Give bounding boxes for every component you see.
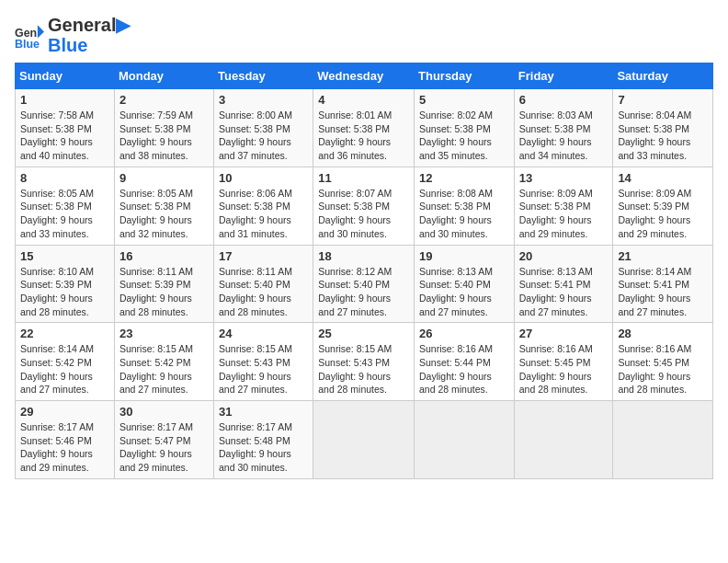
day-number: 27 <box>519 327 609 340</box>
sunset-label: Sunset: 5:39 PM <box>618 201 689 212</box>
sunset-label: Sunset: 5:39 PM <box>119 279 191 290</box>
daylight-label: Daylight: 9 hours and 28 minutes. <box>519 371 592 396</box>
sunrise-label: Sunrise: 8:16 AM <box>419 343 493 354</box>
calendar-day-22: 22 Sunrise: 8:14 AM Sunset: 5:42 PM Dayl… <box>16 323 115 401</box>
daylight-label: Daylight: 9 hours and 37 minutes. <box>219 136 291 161</box>
sunrise-label: Sunrise: 8:15 AM <box>119 343 193 354</box>
day-info: Sunrise: 8:17 AM Sunset: 5:48 PM Dayligh… <box>219 420 308 475</box>
sunrise-label: Sunrise: 8:11 AM <box>119 266 193 277</box>
day-info: Sunrise: 7:58 AM Sunset: 5:38 PM Dayligh… <box>20 109 109 163</box>
day-number: 19 <box>419 249 509 263</box>
daylight-label: Daylight: 9 hours and 34 minutes. <box>519 136 592 161</box>
day-number: 2 <box>119 93 209 107</box>
sunset-label: Sunset: 5:38 PM <box>318 201 390 212</box>
day-info: Sunrise: 8:08 AM Sunset: 5:38 PM Dayligh… <box>419 187 509 241</box>
day-info: Sunrise: 8:09 AM Sunset: 5:38 PM Dayligh… <box>519 187 609 241</box>
sunset-label: Sunset: 5:43 PM <box>219 357 290 368</box>
calendar-day-27: 27 Sunrise: 8:16 AM Sunset: 5:45 PM Dayl… <box>514 323 613 401</box>
daylight-label: Daylight: 9 hours and 29 minutes. <box>618 214 690 239</box>
daylight-label: Daylight: 9 hours and 38 minutes. <box>119 136 192 161</box>
sunset-label: Sunset: 5:38 PM <box>419 123 491 134</box>
daylight-label: Daylight: 9 hours and 33 minutes. <box>20 214 93 239</box>
day-number: 10 <box>219 171 308 185</box>
sunrise-label: Sunrise: 8:08 AM <box>419 188 493 199</box>
sunset-label: Sunset: 5:46 PM <box>20 435 92 446</box>
day-info: Sunrise: 8:11 AM Sunset: 5:39 PM Dayligh… <box>119 265 209 319</box>
calendar-day-1: 1 Sunrise: 7:58 AM Sunset: 5:38 PM Dayli… <box>16 89 115 167</box>
calendar-day-25: 25 Sunrise: 8:15 AM Sunset: 5:43 PM Dayl… <box>313 323 415 401</box>
day-number: 7 <box>618 93 708 107</box>
calendar-day-26: 26 Sunrise: 8:16 AM Sunset: 5:44 PM Dayl… <box>415 323 515 401</box>
calendar-day-19: 19 Sunrise: 8:13 AM Sunset: 5:40 PM Dayl… <box>415 245 515 323</box>
daylight-label: Daylight: 9 hours and 27 minutes. <box>618 293 690 317</box>
day-info: Sunrise: 8:13 AM Sunset: 5:41 PM Dayligh… <box>519 265 609 319</box>
logo: Gen Blue General▶ Blue <box>15 15 130 55</box>
sunset-label: Sunset: 5:40 PM <box>419 279 491 290</box>
day-number: 11 <box>318 171 409 185</box>
day-info: Sunrise: 8:10 AM Sunset: 5:39 PM Dayligh… <box>20 265 109 319</box>
sunrise-label: Sunrise: 8:16 AM <box>618 343 691 354</box>
day-number: 3 <box>219 93 308 107</box>
calendar-day-11: 11 Sunrise: 8:07 AM Sunset: 5:38 PM Dayl… <box>313 167 415 245</box>
day-number: 12 <box>419 171 509 185</box>
calendar-week-5: 29 Sunrise: 8:17 AM Sunset: 5:46 PM Dayl… <box>16 401 713 479</box>
calendar-day-12: 12 Sunrise: 8:08 AM Sunset: 5:38 PM Dayl… <box>415 167 515 245</box>
weekday-header-saturday: Saturday <box>613 63 713 89</box>
day-number: 18 <box>318 249 409 263</box>
calendar-day-9: 9 Sunrise: 8:05 AM Sunset: 5:38 PM Dayli… <box>114 167 213 245</box>
sunset-label: Sunset: 5:42 PM <box>119 357 191 368</box>
calendar-week-4: 22 Sunrise: 8:14 AM Sunset: 5:42 PM Dayl… <box>16 323 713 401</box>
sunset-label: Sunset: 5:47 PM <box>119 435 191 446</box>
daylight-label: Daylight: 9 hours and 36 minutes. <box>318 136 391 161</box>
calendar-day-21: 21 Sunrise: 8:14 AM Sunset: 5:41 PM Dayl… <box>613 245 713 323</box>
calendar-week-2: 8 Sunrise: 8:05 AM Sunset: 5:38 PM Dayli… <box>16 167 713 245</box>
sunset-label: Sunset: 5:40 PM <box>219 279 290 290</box>
daylight-label: Daylight: 9 hours and 28 minutes. <box>119 293 192 317</box>
sunrise-label: Sunrise: 8:09 AM <box>618 188 691 199</box>
day-info: Sunrise: 8:05 AM Sunset: 5:38 PM Dayligh… <box>119 187 209 241</box>
calendar-day-17: 17 Sunrise: 8:11 AM Sunset: 5:40 PM Dayl… <box>214 245 313 323</box>
day-info: Sunrise: 8:09 AM Sunset: 5:39 PM Dayligh… <box>618 187 708 241</box>
day-number: 30 <box>119 405 209 419</box>
daylight-label: Daylight: 9 hours and 31 minutes. <box>219 214 291 239</box>
daylight-label: Daylight: 9 hours and 27 minutes. <box>519 293 592 317</box>
daylight-label: Daylight: 9 hours and 27 minutes. <box>219 371 291 396</box>
daylight-label: Daylight: 9 hours and 28 minutes. <box>20 293 93 317</box>
day-info: Sunrise: 8:15 AM Sunset: 5:42 PM Dayligh… <box>119 342 209 396</box>
sunrise-label: Sunrise: 8:02 AM <box>419 109 493 121</box>
day-info: Sunrise: 8:07 AM Sunset: 5:38 PM Dayligh… <box>318 187 409 241</box>
day-info: Sunrise: 8:16 AM Sunset: 5:44 PM Dayligh… <box>419 342 509 396</box>
sunset-label: Sunset: 5:38 PM <box>20 201 92 212</box>
day-info: Sunrise: 8:14 AM Sunset: 5:42 PM Dayligh… <box>20 342 109 396</box>
calendar-day-2: 2 Sunrise: 7:59 AM Sunset: 5:38 PM Dayli… <box>114 89 213 167</box>
daylight-label: Daylight: 9 hours and 30 minutes. <box>419 214 492 239</box>
calendar-day-18: 18 Sunrise: 8:12 AM Sunset: 5:40 PM Dayl… <box>313 245 415 323</box>
logo-icon: Gen Blue <box>15 20 44 50</box>
calendar-day-8: 8 Sunrise: 8:05 AM Sunset: 5:38 PM Dayli… <box>16 167 115 245</box>
calendar-day-16: 16 Sunrise: 8:11 AM Sunset: 5:39 PM Dayl… <box>114 245 213 323</box>
day-info: Sunrise: 8:01 AM Sunset: 5:38 PM Dayligh… <box>318 109 409 163</box>
sunset-label: Sunset: 5:38 PM <box>119 123 191 134</box>
calendar-day-31: 31 Sunrise: 8:17 AM Sunset: 5:48 PM Dayl… <box>214 401 313 479</box>
day-info: Sunrise: 8:03 AM Sunset: 5:38 PM Dayligh… <box>519 109 609 163</box>
calendar-day-24: 24 Sunrise: 8:15 AM Sunset: 5:43 PM Dayl… <box>214 323 313 401</box>
sunrise-label: Sunrise: 8:01 AM <box>318 109 392 121</box>
day-number: 16 <box>119 249 209 263</box>
day-info: Sunrise: 8:16 AM Sunset: 5:45 PM Dayligh… <box>519 342 609 396</box>
sunrise-label: Sunrise: 8:04 AM <box>618 109 691 121</box>
day-info: Sunrise: 8:14 AM Sunset: 5:41 PM Dayligh… <box>618 265 708 319</box>
calendar-day-14: 14 Sunrise: 8:09 AM Sunset: 5:39 PM Dayl… <box>613 167 713 245</box>
day-number: 4 <box>318 93 409 107</box>
day-number: 9 <box>119 171 209 185</box>
sunrise-label: Sunrise: 8:07 AM <box>318 188 392 199</box>
day-info: Sunrise: 8:04 AM Sunset: 5:38 PM Dayligh… <box>618 109 708 163</box>
day-number: 31 <box>219 405 308 419</box>
calendar-day-29: 29 Sunrise: 8:17 AM Sunset: 5:46 PM Dayl… <box>16 401 115 479</box>
sunrise-label: Sunrise: 8:12 AM <box>318 266 392 277</box>
sunrise-label: Sunrise: 8:17 AM <box>119 421 193 432</box>
day-info: Sunrise: 8:13 AM Sunset: 5:40 PM Dayligh… <box>419 265 509 319</box>
weekday-header-wednesday: Wednesday <box>313 63 415 89</box>
weekday-header-friday: Friday <box>514 63 613 89</box>
sunset-label: Sunset: 5:41 PM <box>618 279 689 290</box>
calendar-day-5: 5 Sunrise: 8:02 AM Sunset: 5:38 PM Dayli… <box>415 89 515 167</box>
